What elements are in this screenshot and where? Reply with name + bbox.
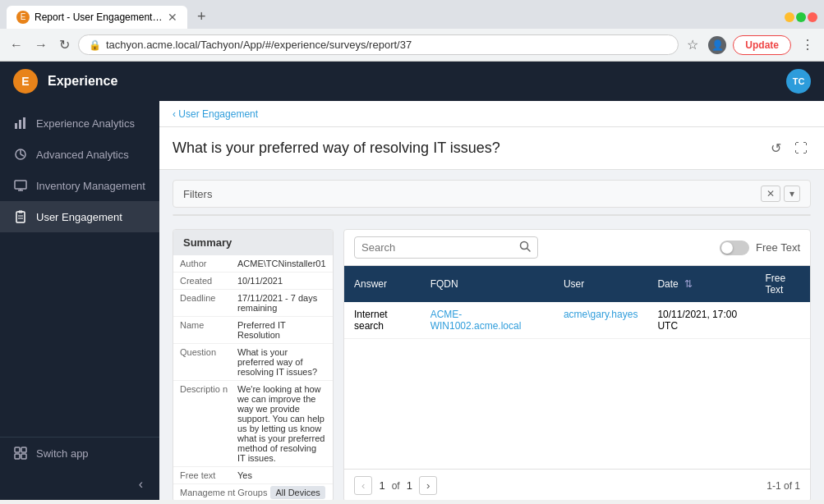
summary-val-question: What is your preferred way of resolving …: [237, 347, 326, 377]
clipboard-icon: [13, 209, 28, 224]
summary-val-mgmt-groups: All Devices: [270, 488, 326, 497]
svg-rect-0: [15, 123, 17, 129]
user-link[interactable]: acme\gary.hayes: [564, 309, 638, 320]
summary-val-deadline: 17/11/2021 - 7 days remaining: [237, 293, 326, 313]
active-tab[interactable]: E Report - User Engagement - Exp... ✕: [7, 6, 187, 29]
page-header-actions: ↺ ⛶: [767, 137, 811, 159]
mgmt-group-tag: All Devices: [270, 486, 325, 499]
summary-row-created: Created 10/11/2021: [173, 273, 333, 290]
summary-row-description: Descriptio n We're looking at how we can…: [173, 381, 333, 467]
update-button[interactable]: Update: [733, 35, 791, 55]
search-box[interactable]: [354, 236, 538, 259]
clear-filters-button[interactable]: ✕: [761, 186, 780, 202]
window-close-button[interactable]: [808, 12, 817, 22]
forward-button[interactable]: →: [31, 34, 51, 56]
summary-key-name: Name: [180, 320, 237, 340]
summary-row-deadline: Deadline 17/11/2021 - 7 days remaining: [173, 290, 333, 317]
svg-rect-7: [21, 447, 26, 452]
filters-label: Filters: [183, 188, 212, 200]
sidebar-item-experience-analytics[interactable]: Experience Analytics: [0, 108, 159, 139]
prev-page-button[interactable]: ‹: [354, 476, 372, 495]
table-container: Answer FQDN User Date ⇅ Free Text: [344, 266, 810, 469]
summary-row-author: Author ACME\TCNinstaller01: [173, 255, 333, 273]
window-controls: [785, 12, 817, 22]
new-tab-button[interactable]: +: [191, 5, 213, 29]
maximize-button[interactable]: [796, 12, 806, 22]
sidebar-item-user-engagement[interactable]: User Engagement: [0, 201, 159, 232]
collapse-icon: ‹: [139, 477, 143, 492]
reload-button[interactable]: ↻: [56, 34, 73, 56]
response-bar-container: Internet search 100 %: [297, 214, 810, 216]
switch-app-label: Switch app: [36, 447, 89, 460]
url-text: tachyon.acme.local/Tachyon/App/#/experie…: [106, 39, 668, 51]
response-summary: Response Summary Internet search 100 %: [173, 214, 811, 216]
summary-val-description: We're looking at how we can improve the …: [237, 384, 326, 463]
summary-panel-header: Summary: [173, 230, 333, 255]
summary-row-mgmt-groups: Manageme nt Groups All Devices: [173, 484, 333, 500]
sidebar-collapse-button[interactable]: ‹: [0, 469, 159, 500]
user-avatar[interactable]: TC: [786, 69, 811, 94]
app-title: Experience: [48, 74, 117, 89]
col-user: User: [554, 266, 648, 302]
bookmark-button[interactable]: ☆: [684, 34, 702, 56]
col-fqdn: FQDN: [421, 266, 554, 302]
response-summary-label: Response Summary: [173, 214, 297, 216]
response-bar: Internet search 100 %: [303, 214, 803, 216]
switch-app-icon: [13, 446, 28, 460]
col-free-text: Free Text: [755, 266, 810, 302]
chart-icon: [13, 116, 28, 131]
expand-button[interactable]: ⛶: [791, 137, 811, 159]
expand-filters-button[interactable]: ▾: [784, 186, 800, 202]
monitor-icon: [13, 178, 28, 193]
main-content: User Engagement What is your preferred w…: [159, 101, 824, 500]
svg-rect-1: [19, 120, 21, 129]
summary-panel: Summary Author ACME\TCNinstaller01 Creat…: [173, 229, 334, 500]
refresh-button[interactable]: ↺: [767, 137, 785, 159]
svg-rect-9: [21, 454, 26, 459]
svg-rect-8: [15, 454, 20, 459]
summary-key-description: Descriptio n: [180, 384, 237, 463]
col-answer: Answer: [344, 266, 421, 302]
sidebar-item-inventory-management[interactable]: Inventory Management: [0, 170, 159, 201]
summary-val-name: Preferred IT Resolution: [237, 320, 326, 340]
summary-val-author: ACME\TCNinstaller01: [237, 259, 326, 268]
search-input[interactable]: [361, 241, 514, 254]
fqdn-link[interactable]: ACME-WIN1002.acme.local: [430, 309, 522, 332]
cell-free-text: [755, 302, 810, 339]
more-options-button[interactable]: ⋮: [798, 34, 817, 56]
summary-key-author: Author: [180, 259, 237, 268]
breadcrumb-link[interactable]: User Engagement: [173, 108, 258, 120]
back-button[interactable]: ←: [7, 34, 26, 56]
lock-icon: 🔒: [89, 39, 101, 51]
data-panel: Free Text Answer FQDN User D: [343, 229, 811, 500]
pagination-count: 1-1 of 1: [766, 480, 800, 492]
cell-answer: Internet search: [344, 302, 421, 339]
profile-icon[interactable]: 👤: [708, 36, 726, 54]
free-text-toggle[interactable]: [720, 241, 749, 255]
page-header: What is your preferred way of resolving …: [159, 127, 824, 170]
app-logo: E: [13, 69, 38, 94]
filters-actions: ✕ ▾: [761, 186, 800, 202]
sidebar-item-switch-app[interactable]: Switch app: [0, 438, 159, 469]
cell-fqdn: ACME-WIN1002.acme.local: [421, 302, 554, 339]
address-bar[interactable]: 🔒 tachyon.acme.local/Tachyon/App/#/exper…: [78, 34, 679, 55]
col-date[interactable]: Date ⇅: [647, 266, 755, 302]
close-tab-button[interactable]: ✕: [168, 11, 177, 23]
current-page: 1: [379, 479, 384, 492]
breadcrumb: User Engagement: [159, 101, 824, 127]
search-button[interactable]: [519, 241, 531, 254]
analytics-icon: [13, 147, 28, 162]
sidebar-item-label: Experience Analytics: [36, 117, 135, 130]
minimize-button[interactable]: [785, 12, 794, 22]
summary-rows: Author ACME\TCNinstaller01 Created 10/11…: [173, 255, 333, 500]
page-title: What is your preferred way of resolving …: [173, 140, 767, 157]
tab-title: Report - User Engagement - Exp...: [35, 11, 163, 23]
of-label: of: [392, 480, 400, 492]
summary-val-free-text: Yes: [237, 470, 326, 480]
app-header: E Experience TC: [0, 62, 824, 101]
next-page-button[interactable]: ›: [419, 476, 437, 495]
summary-row-question: Question What is your preferred way of r…: [173, 344, 333, 381]
sidebar-item-advanced-analytics[interactable]: Advanced Analytics: [0, 139, 159, 170]
summary-key-created: Created: [180, 276, 237, 286]
svg-rect-6: [15, 447, 20, 452]
